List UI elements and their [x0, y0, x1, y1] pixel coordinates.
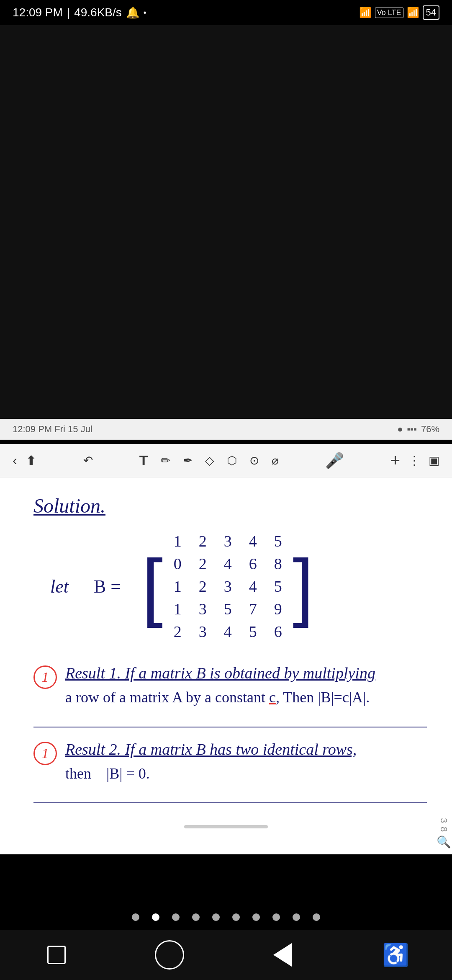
page-dot-9[interactable] [313, 913, 320, 921]
zoom-icon[interactable]: 🔍 [437, 835, 451, 849]
b-equals: B = [94, 576, 121, 597]
nav-bar: ♿ [0, 930, 452, 980]
cell-3-0: 1 [174, 600, 182, 618]
right-toolbar-icons: + ⋮ ▣ [390, 451, 439, 470]
cell-1-4: 8 [274, 554, 282, 573]
cell-4-0: 2 [174, 622, 182, 641]
page-dot-5[interactable] [232, 913, 240, 921]
page-dot-6[interactable] [252, 913, 260, 921]
square-icon [47, 946, 66, 964]
top-black-area [0, 25, 452, 419]
scrollbar[interactable] [184, 825, 268, 828]
result-2-section: 1 Result 2. If a matrix B has two identi… [33, 740, 427, 804]
dot-indicator: • [144, 8, 146, 18]
result-2-body: then |B| = 0. [65, 762, 427, 786]
separator: | [67, 6, 70, 19]
mic-group: 🎤 [325, 452, 344, 469]
more-options-icon[interactable]: ⋮ [408, 454, 420, 467]
document-page: Solution. let B = [ 1 2 3 4 5 0 2 4 6 [0, 477, 452, 854]
cell-4-1: 3 [199, 622, 207, 641]
cell-1-3: 6 [249, 554, 257, 573]
wifi-icon: ● [397, 424, 403, 435]
cell-3-3: 7 [249, 600, 257, 618]
toolbar: ‹ ⬆ ↶ T ✏ ✒ ◇ ⬡ ⊙ ⌀ 🎤 + ⋮ ▣ [0, 444, 452, 477]
cell-2-2: 3 [224, 577, 232, 596]
cell-4-4: 6 [274, 622, 282, 641]
text-tool-icon[interactable]: T [139, 452, 148, 469]
cell-4-2: 4 [224, 622, 232, 641]
app-status-bar: 12:09 PM Fri 15 Jul ● ▪▪▪ 76% [0, 419, 452, 440]
cell-0-1: 2 [199, 532, 207, 550]
eraser-icon[interactable]: ⬡ [227, 454, 237, 467]
doc-content: Solution. let B = [ 1 2 3 4 5 0 2 4 6 [0, 477, 452, 833]
battery-percent: 76% [421, 424, 439, 435]
home-button[interactable] [153, 938, 186, 972]
result-2-circle: 1 [33, 742, 57, 765]
result-1-row: 1 Result 1. If a matrix B is obtained by… [33, 664, 427, 710]
signal-icon: 📶 [359, 7, 372, 18]
page-dot-8[interactable] [293, 913, 300, 921]
let-label: let [50, 576, 69, 597]
pen-tool-icon[interactable]: ✏ [161, 454, 170, 467]
shape-icon[interactable]: ⌀ [272, 454, 279, 467]
panel-number: 3 [438, 818, 449, 823]
cell-2-0: 1 [174, 577, 182, 596]
back-button[interactable] [266, 938, 299, 972]
signal-bars: ▪▪▪ [407, 424, 417, 435]
status-right: 📶 Vo LTE 📶 54 [359, 5, 439, 20]
editing-tools: T ✏ ✒ ◇ ⬡ ⊙ ⌀ [139, 452, 279, 469]
undo-icon[interactable]: ↶ [83, 454, 93, 467]
status-bar: 12:09 PM | 49.6KB/s 🔔 • 📶 Vo LTE 📶 54 [0, 0, 452, 25]
page-dot-0[interactable] [132, 913, 139, 921]
triangle-back-icon [273, 943, 292, 967]
page-dots [0, 905, 452, 930]
cell-2-3: 4 [249, 577, 257, 596]
bell-icon: 🔔 [126, 6, 139, 19]
nav-icons-group: ‹ ⬆ [13, 453, 37, 469]
cell-4-3: 5 [249, 622, 257, 641]
cell-3-4: 9 [274, 600, 282, 618]
separator-line-2 [33, 802, 427, 803]
back-nav-icon[interactable]: ‹ [13, 453, 17, 468]
data-speed: 49.6KB/s [74, 6, 122, 19]
share-icon[interactable]: ⬆ [26, 453, 37, 469]
result-1-section: 1 Result 1. If a matrix B is obtained by… [33, 664, 427, 727]
stop-button[interactable] [40, 938, 73, 972]
circle-home-icon [155, 940, 184, 970]
connectivity-status: ● ▪▪▪ 76% [397, 424, 439, 435]
matrix-grid: 1 2 3 4 5 0 2 4 6 8 1 2 3 4 5 [165, 530, 290, 643]
status-left: 12:09 PM | 49.6KB/s 🔔 • [13, 6, 146, 19]
cell-1-0: 0 [174, 554, 182, 573]
lasso-icon[interactable]: ⊙ [249, 454, 259, 467]
bracket-left: [ [142, 549, 163, 624]
result-1-body: a row of a matrix A by a constant c, The… [65, 686, 427, 710]
cell-0-2: 3 [224, 532, 232, 550]
page-dot-2[interactable] [172, 913, 180, 921]
cell-0-0: 1 [174, 532, 182, 550]
page-dot-3[interactable] [192, 913, 200, 921]
page-dot-7[interactable] [272, 913, 280, 921]
highlighter-icon[interactable]: ◇ [205, 454, 214, 467]
cell-0-4: 5 [274, 532, 282, 550]
accessibility-button[interactable]: ♿ [379, 938, 412, 972]
cell-2-1: 2 [199, 577, 207, 596]
add-icon[interactable]: + [390, 451, 400, 470]
page-dot-1[interactable] [152, 913, 159, 921]
page-dot-4[interactable] [212, 913, 220, 921]
microphone-icon[interactable]: 🎤 [325, 452, 344, 469]
solution-title: Solution. [33, 494, 427, 517]
cell-1-1: 2 [199, 554, 207, 573]
result-1-text: Result 1. If a matrix B is obtained by m… [65, 664, 427, 710]
panel-divider: 8 [438, 827, 449, 832]
cell-2-4: 5 [274, 577, 282, 596]
matrix-display: [ 1 2 3 4 5 0 2 4 6 8 1 2 3 [142, 530, 313, 643]
right-panel: 3 8 🔍 [435, 645, 452, 854]
constant-c: c [269, 689, 276, 706]
pencil-tool-icon[interactable]: ✒ [183, 454, 193, 467]
battery-display: 54 [423, 5, 439, 20]
result-1-circle: 1 [33, 665, 57, 689]
pages-icon[interactable]: ▣ [429, 454, 439, 467]
bracket-right: ] [293, 549, 313, 624]
result-1-title: Result 1. If a matrix B is obtained by m… [65, 664, 427, 682]
cell-3-1: 3 [199, 600, 207, 618]
